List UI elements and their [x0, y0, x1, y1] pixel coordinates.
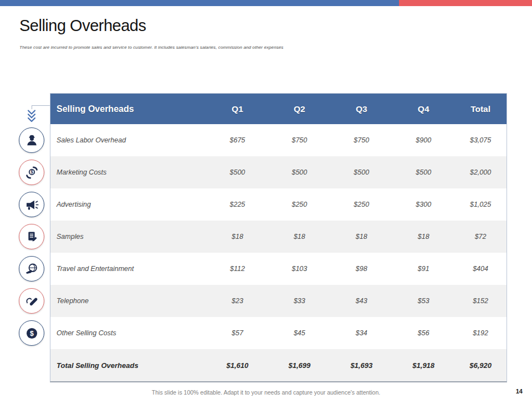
header-q1: Q1 [206, 94, 268, 124]
top-accent-bar [0, 0, 532, 6]
cell-q2: $500 [268, 156, 330, 188]
row-label: Marketing Costs [50, 156, 206, 188]
cell-q1: $18 [206, 221, 268, 253]
travel-globe-icon [19, 256, 44, 282]
chevron-down-icon [27, 109, 37, 124]
cell-q2: $750 [268, 124, 330, 156]
cell-q2: $33 [268, 285, 330, 317]
header-q2: Q2 [268, 94, 330, 124]
cell-total: $2,000 [454, 156, 507, 188]
cell-q1: $500 [206, 156, 268, 188]
table-total-row: Total Selling Overheads $1,610 $1,699 $1… [50, 349, 507, 381]
cell-total: $404 [454, 253, 507, 285]
row-label: Other Selling Costs [50, 317, 206, 349]
dollar-coin-icon: $ [19, 320, 44, 346]
cell-q4: $300 [392, 188, 454, 221]
cell-q2: $250 [268, 188, 330, 221]
cell-total: $72 [454, 221, 507, 253]
cell-q1: $225 [206, 188, 268, 221]
table-row: Marketing Costs $500 $500 $500 $500 $2,0… [50, 156, 507, 188]
header-total: Total [454, 94, 507, 124]
accent-bar-red-segment [399, 0, 532, 6]
page-title: Selling Overheads [19, 17, 146, 35]
svg-text:$: $ [30, 329, 34, 337]
row-label: Sales Labor Overhead [50, 124, 206, 156]
cash-in-hand-icon: $ [19, 160, 44, 185]
cell-q2: $103 [268, 253, 330, 285]
header-selling-overheads: Selling Overheads [50, 94, 206, 124]
worker-icon [19, 127, 44, 153]
cell-total: $1,025 [454, 188, 507, 221]
cell-total: $3,075 [454, 124, 507, 156]
footer-note: This slide is 100% editable. Adapt it to… [0, 389, 532, 396]
svg-text:$: $ [30, 169, 33, 175]
telephone-icon [19, 288, 44, 314]
cell-q3: $500 [330, 156, 392, 188]
cell-q1: $112 [206, 253, 268, 285]
table-header-row: Selling Overheads Q1 Q2 Q3 Q4 Total [50, 94, 507, 124]
cell-q4: $500 [392, 156, 454, 188]
cell-q1: $675 [206, 124, 268, 156]
cell-q3: $250 [330, 188, 392, 221]
cell-q3: $43 [330, 285, 392, 317]
header-q4: Q4 [392, 94, 454, 124]
row-label: Telephone [50, 285, 206, 317]
row-label: Travel and Entertainment [50, 253, 206, 285]
document-pencil-icon [19, 224, 44, 249]
selling-overheads-table: Selling Overheads Q1 Q2 Q3 Q4 Total Sale… [50, 93, 507, 382]
megaphone-icon [19, 192, 44, 217]
cell-q1: $57 [206, 317, 268, 349]
page-number: 14 [516, 388, 523, 395]
total-row-label: Total Selling Overheads [50, 349, 206, 381]
cell-q4: $53 [392, 285, 454, 317]
total-q2: $1,699 [268, 349, 330, 381]
connector-line-horizontal [32, 105, 50, 106]
total-total: $6,920 [454, 349, 507, 381]
table-row: Sales Labor Overhead $675 $750 $750 $900… [50, 124, 507, 156]
table-row: Travel and Entertainment $112 $103 $98 $… [50, 253, 507, 285]
cell-q4: $18 [392, 221, 454, 253]
total-q1: $1,610 [206, 349, 268, 381]
accent-bar-blue-segment [0, 0, 399, 6]
cell-q4: $900 [392, 124, 454, 156]
cell-q4: $91 [392, 253, 454, 285]
total-q4: $1,918 [392, 349, 454, 381]
cell-q3: $34 [330, 317, 392, 349]
cell-q1: $23 [206, 285, 268, 317]
cell-q3: $750 [330, 124, 392, 156]
cell-q3: $18 [330, 221, 392, 253]
row-label: Advertising [50, 188, 206, 221]
table-row: Telephone $23 $33 $43 $53 $152 [50, 285, 507, 317]
table-row: Advertising $225 $250 $250 $300 $1,025 [50, 188, 507, 221]
page-subtitle: These cost are incurred to promote sales… [19, 45, 283, 50]
cell-q3: $98 [330, 253, 392, 285]
header-q3: Q3 [330, 94, 392, 124]
table-row: Other Selling Costs $57 $45 $34 $56 $192 [50, 317, 507, 349]
cell-q4: $56 [392, 317, 454, 349]
cell-total: $152 [454, 285, 507, 317]
table-row: Samples $18 $18 $18 $18 $72 [50, 221, 507, 253]
row-label: Samples [50, 221, 206, 253]
total-q3: $1,693 [330, 349, 392, 381]
cell-q2: $45 [268, 317, 330, 349]
cell-total: $192 [454, 317, 507, 349]
cell-q2: $18 [268, 221, 330, 253]
